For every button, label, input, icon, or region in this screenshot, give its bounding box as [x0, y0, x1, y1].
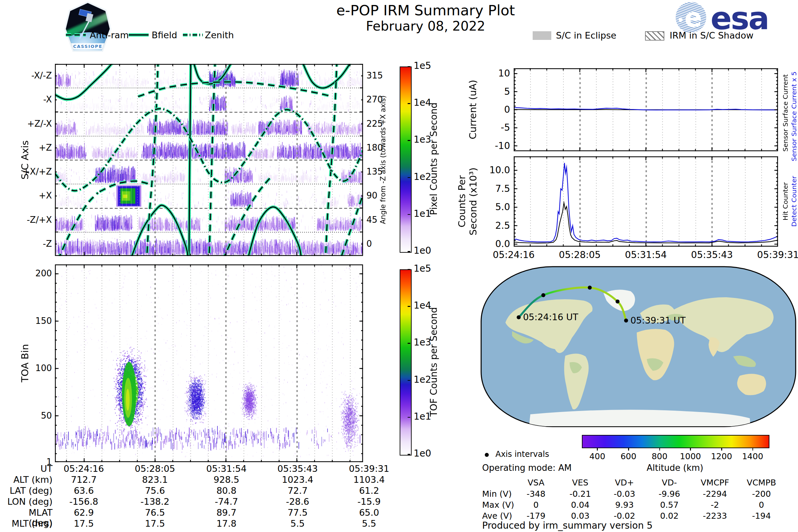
ephem-row-label-0: UT — [6, 463, 53, 474]
counts-ytick-0.0: 0.0 — [482, 239, 510, 249]
ephem-row-label-1: ALT (km) — [6, 474, 53, 485]
counts-ytick-5.0: 5.0 — [482, 202, 510, 212]
ephem-cell-2-3: 72.7 — [264, 486, 331, 496]
cb1-tickmark-5 — [407, 251, 410, 252]
ephem-cell-4-3: 77.5 — [264, 507, 331, 518]
altitude-tickmark-1000 — [690, 448, 691, 451]
produced-by-label: Produced by irm_summary version 5 — [482, 520, 653, 531]
ephem-row-label-5: MLT (hrs) — [6, 518, 53, 529]
esa-wordmark: esa — [710, 1, 768, 35]
vtable-cell-1-3: 0.57 — [643, 500, 696, 510]
altitude-tickmark-1400 — [753, 448, 754, 451]
ephem-row-label-3: LON (deg) — [6, 496, 53, 507]
counts-ylabel-1: Counts Per — [456, 156, 468, 247]
ephem-cell-4-2: 89.7 — [193, 507, 260, 518]
current-plot-canvas — [514, 68, 778, 151]
ephem-cell-1-0: 712.7 — [51, 474, 117, 485]
ephem-cell-3-0: -156.8 — [51, 496, 117, 507]
ephem-cell-0-1: 05:28:05 — [122, 463, 188, 474]
operating-mode-label: Operating mode: AM — [482, 463, 572, 473]
legend-line-sample-dashdot — [182, 32, 204, 38]
time-xtick-0: 05:24:16 — [484, 249, 544, 260]
esa-globe-e: e — [685, 3, 702, 33]
ephem-cell-1-4: 1103.4 — [336, 474, 402, 485]
sc-axis-row-label-6: -Z/+X — [9, 215, 52, 225]
vtable-cell-0-3: -9.96 — [643, 489, 696, 499]
counts-right-label-outer: Detect Counter — [790, 156, 798, 247]
ephem-cell-5-3: 5.5 — [264, 518, 331, 529]
ephem-cell-0-4: 05:39:31 — [336, 463, 402, 474]
cb1-title: Pixel Counts per Second — [428, 66, 439, 251]
cb2-bar — [400, 269, 412, 456]
time-xtick-4: 05:39:31 — [748, 249, 798, 260]
page-date: February 08, 2022 — [292, 19, 558, 34]
shadow-swatch — [645, 31, 664, 41]
cb2-tickmark-3 — [407, 380, 410, 381]
cb2-tickmark-0 — [407, 269, 410, 270]
vtable-col-VMCPF: VMCPF — [688, 478, 741, 488]
ephem-row-label-2: LAT (deg) — [6, 486, 53, 496]
ephem-cell-3-3: -28.6 — [264, 496, 331, 507]
sc-axis-spectrogram-canvas — [55, 64, 363, 256]
ephem-cell-2-2: 80.8 — [193, 486, 260, 496]
counters-plot-canvas — [514, 156, 778, 247]
cb1-tickmark-2 — [407, 140, 410, 141]
time-xtick-1: 05:28:05 — [550, 249, 610, 260]
axis-interval-dot-0 — [517, 315, 521, 319]
ephem-cell-2-0: 63.6 — [51, 486, 117, 496]
axis-intervals-label: Axis intervals — [495, 450, 549, 459]
ephem-cell-0-0: 05:24:16 — [51, 463, 117, 474]
ephem-cell-4-0: 62.9 — [51, 507, 117, 518]
altitude-tickmark-800 — [659, 448, 660, 451]
sc-axis-row-label-3: +Z — [9, 142, 52, 153]
vtable-col-VD-: VD- — [643, 478, 696, 488]
cb1-tickmark-0 — [407, 66, 410, 67]
axis-interval-dot-4 — [624, 319, 628, 323]
sc-axis-row-label-4: +X/+Z — [9, 167, 52, 176]
counts-ytick-2.5: 2.5 — [482, 220, 510, 231]
shadow-legend-label: IRM in S/C Shadow — [670, 31, 754, 41]
toa-ylabel: TOA Bin — [19, 264, 31, 462]
counts-ylabel-2: Second (x10³) — [468, 156, 479, 247]
current-ytick-0: 0 — [482, 104, 510, 115]
angle-axis-label: Angle from -Z axis (towards +X axis) — [379, 64, 387, 256]
altitude-bar — [582, 435, 770, 448]
current-right-label-inner: Sensor Surface Current — [781, 65, 790, 161]
current-ytick-10: 10 — [482, 68, 510, 79]
axis-interval-dot-3 — [615, 300, 620, 304]
cb2-tickmark-1 — [407, 306, 410, 307]
vtable-cell-2-3: 0.02 — [643, 511, 696, 521]
ephem-cell-3-1: -138.2 — [122, 496, 188, 507]
ephem-cell-5-4: 5.5 — [336, 518, 402, 529]
time-xtick-2: 05:31:54 — [616, 249, 676, 260]
ephem-cell-0-3: 05:35:43 — [264, 463, 331, 474]
ephem-cell-1-1: 823.1 — [122, 474, 188, 485]
cb2-tickmark-2 — [407, 343, 410, 344]
altitude-tickmark-600 — [628, 448, 629, 451]
title-block: e-POP IRM Summary Plot February 08, 2022 — [292, 2, 558, 34]
current-right-label-outer: Sensor Surface Current x 5 — [790, 65, 798, 168]
sc-axis-row-label-5: +X — [9, 191, 52, 201]
esa-logo: e esa — [673, 1, 786, 35]
current-ytick-5: 5 — [482, 86, 510, 97]
axis-interval-dot-1 — [541, 293, 545, 297]
sc-axis-row-label-2: +Z/-X — [9, 119, 52, 129]
legend-line-sample-solid — [128, 32, 149, 38]
cb2-tickmark-4 — [407, 417, 410, 418]
eclipse-swatch — [533, 31, 551, 40]
altitude-bar-label: Altitude (km) — [582, 463, 768, 473]
counts-right-label-inner: Hit Counter — [781, 156, 790, 247]
patch-art: CASSIOPE — [66, 3, 110, 50]
ephem-cell-5-2: 17.8 — [193, 518, 260, 529]
axis-interval-dot-icon — [485, 453, 489, 457]
altitude-tick-1400: 1400 — [733, 452, 773, 461]
sc-axis-row-label-1: -X — [9, 94, 52, 104]
altitude-tickmark-1200 — [721, 448, 722, 451]
eclipse-legend-label: S/C in Eclipse — [556, 31, 616, 41]
cb1-tickmark-4 — [407, 214, 410, 215]
ephem-cell-4-1: 76.5 — [122, 507, 188, 518]
patch-mission-name: CASSIOPE — [66, 43, 110, 50]
ephem-cell-0-2: 05:31:54 — [193, 463, 260, 474]
world-map: 05:24:16 UT05:39:31 UT — [480, 266, 796, 427]
current-ytick--10: -10 — [482, 140, 510, 151]
